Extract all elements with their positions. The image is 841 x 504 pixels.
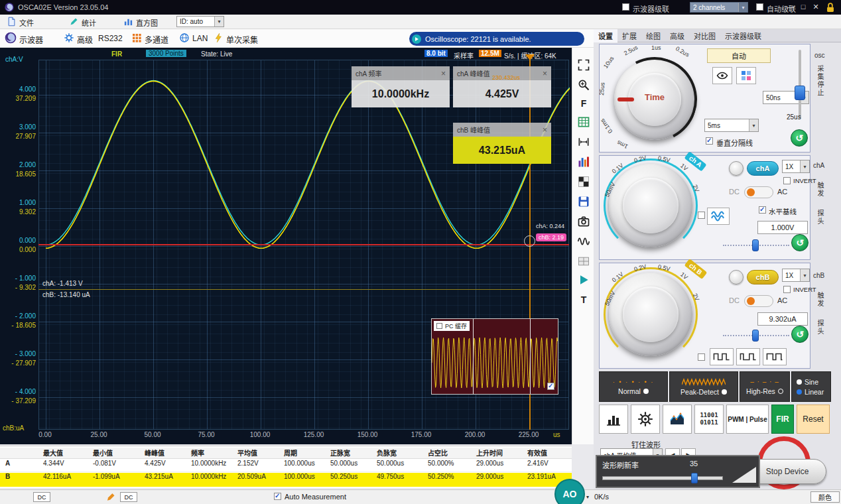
auto-setup-button[interactable]: 自动 bbox=[707, 48, 771, 63]
grid-toggle-icon[interactable] bbox=[576, 114, 592, 130]
chA-volts-knob[interactable] bbox=[609, 164, 692, 247]
close-icon[interactable]: × bbox=[543, 125, 547, 135]
time-reset-button[interactable]: ↺ bbox=[791, 129, 808, 147]
tab-draw[interactable]: 绘图 bbox=[641, 29, 665, 42]
chA-level-input[interactable]: 1.000V bbox=[757, 221, 808, 234]
rail-stop-acquire[interactable]: 采集停止 bbox=[815, 65, 825, 97]
chA-baseline-checkbox[interactable] bbox=[759, 206, 766, 214]
toolbar-single-capture[interactable]: 单次采集 bbox=[226, 34, 258, 45]
maximize-button[interactable]: □ bbox=[798, 1, 809, 12]
time-knob[interactable]: Time bbox=[614, 59, 695, 140]
minimize-button[interactable]: — bbox=[785, 1, 796, 12]
chA-coupling-toggle[interactable] bbox=[744, 186, 773, 198]
rail-osc[interactable]: osc bbox=[814, 52, 825, 59]
table-row-chB[interactable]: B 42.116uA -1.099uA 43.215uA 10.0000kHz … bbox=[0, 473, 572, 487]
ao-logo-badge[interactable]: AO bbox=[554, 479, 585, 504]
trigger-button[interactable]: T bbox=[576, 292, 592, 308]
timebase-slider-handle[interactable] bbox=[795, 86, 805, 100]
timebase-select[interactable]: 5ms bbox=[704, 119, 759, 132]
level-cursor-line[interactable] bbox=[38, 289, 569, 290]
toolbar-lan[interactable]: LAN bbox=[192, 34, 208, 43]
chA-offset-handle[interactable] bbox=[752, 239, 759, 251]
pc-buffer-preview[interactable]: PC 缓存 bbox=[431, 318, 558, 395]
square-wave-button-1[interactable] bbox=[710, 348, 734, 365]
chA-channel-pill[interactable]: chA bbox=[747, 161, 779, 176]
settings-gear-button[interactable] bbox=[631, 405, 660, 434]
chA-probe-select[interactable]: 1X bbox=[782, 160, 810, 173]
chA-filter-checkbox[interactable] bbox=[698, 212, 705, 219]
chB-probe-select[interactable]: 1X bbox=[782, 269, 810, 282]
chB-volts-knob[interactable] bbox=[609, 273, 692, 356]
rail-chA[interactable]: chA bbox=[813, 162, 824, 169]
reference-wave-button[interactable] bbox=[663, 405, 692, 434]
fir-button[interactable]: FIR bbox=[771, 405, 794, 434]
chB-level-input[interactable]: 9.302uA bbox=[757, 312, 808, 326]
pencil-icon[interactable] bbox=[106, 491, 116, 502]
table-row-chA[interactable]: A 4.344V -0.081V 4.425V 10.0000kHz 2.152… bbox=[0, 460, 572, 472]
chB-invert-checkbox[interactable] bbox=[783, 286, 791, 293]
cascade-checkbox[interactable] bbox=[622, 3, 629, 11]
id-select[interactable]: ID: auto bbox=[176, 16, 224, 27]
chB-coupling-indicator[interactable]: DC bbox=[120, 492, 137, 502]
tab-advanced[interactable]: 高级 bbox=[665, 29, 689, 42]
vertical-separator-checkbox[interactable] bbox=[706, 137, 713, 145]
auto-cascade-checkbox[interactable] bbox=[756, 3, 763, 11]
lock-icon[interactable] bbox=[824, 2, 836, 13]
rail-chA-probe[interactable]: 探头 bbox=[815, 210, 825, 225]
screenshot-icon[interactable] bbox=[576, 214, 592, 229]
refresh-rate-handle[interactable] bbox=[691, 473, 698, 483]
spectrum-icon[interactable] bbox=[576, 154, 592, 170]
meas-box-chB-vpp[interactable]: chB 峰峰值× 43.215uA bbox=[453, 123, 551, 164]
rail-chB-trigger[interactable]: 触发 bbox=[815, 292, 825, 308]
logic-decode-button[interactable]: 11001 01011 bbox=[694, 405, 724, 434]
menu-file[interactable]: 文件 bbox=[19, 17, 34, 28]
square-wave-button-2[interactable] bbox=[736, 348, 760, 365]
menu-histogram[interactable]: 直方图 bbox=[136, 17, 158, 28]
close-button[interactable]: ✕ bbox=[810, 1, 821, 12]
cursor-crosshair[interactable] bbox=[524, 235, 535, 247]
interpolation-selector[interactable]: Sine Linear bbox=[791, 371, 831, 402]
save-icon[interactable] bbox=[576, 194, 592, 210]
chB-coupling-toggle[interactable] bbox=[744, 295, 773, 307]
zero-reference-line[interactable] bbox=[38, 244, 569, 245]
tab-settings[interactable]: 设置 bbox=[594, 29, 617, 42]
buffer-enable-checkbox[interactable] bbox=[547, 383, 554, 390]
auto-measurement-checkbox[interactable] bbox=[274, 493, 281, 500]
chB-enable-toggle[interactable] bbox=[729, 270, 744, 284]
pwm-pulse-button[interactable]: PWM | Pulse bbox=[726, 405, 769, 434]
rail-chB-probe[interactable]: 探头 bbox=[815, 320, 825, 336]
cursor-measure-icon[interactable] bbox=[576, 134, 592, 150]
toolbar-oscilloscope[interactable]: 示波器 bbox=[19, 34, 43, 45]
chB-offset-handle[interactable] bbox=[752, 330, 759, 342]
play-icon[interactable] bbox=[576, 272, 592, 288]
close-icon[interactable]: × bbox=[441, 69, 446, 78]
square-wave-button-3[interactable] bbox=[763, 348, 787, 365]
xy-mode-icon[interactable] bbox=[576, 174, 592, 190]
rail-chB[interactable]: chB bbox=[813, 272, 824, 279]
reset-button[interactable]: Reset bbox=[797, 405, 830, 434]
buffer-view-marker[interactable] bbox=[473, 319, 474, 394]
chB-pulse-checkbox[interactable] bbox=[698, 353, 705, 361]
meas-box-chA-freq[interactable]: chA 频率× 10.0000kHz bbox=[352, 66, 450, 107]
toolbar-rs232[interactable]: RS232 bbox=[98, 34, 123, 43]
chA-coupling-indicator[interactable]: DC bbox=[33, 492, 50, 502]
colors-button[interactable]: 颜色 bbox=[810, 491, 840, 503]
chB-reset-button[interactable]: ↺ bbox=[791, 326, 809, 343]
chA-reset-button[interactable]: ↺ bbox=[791, 234, 809, 251]
waveform-icon[interactable] bbox=[576, 233, 592, 249]
toolbar-multichannel[interactable]: 多通道 bbox=[145, 34, 168, 45]
menu-stats[interactable]: 统计 bbox=[82, 17, 96, 28]
mode-normal[interactable]: · • · • · • · Normal bbox=[599, 371, 668, 402]
close-icon[interactable]: × bbox=[543, 69, 547, 78]
fullscreen-icon[interactable] bbox=[576, 57, 592, 73]
channels-select[interactable]: 2 channels bbox=[690, 2, 748, 13]
mode-high-res[interactable]: – · – · – High-Res bbox=[740, 371, 790, 402]
visibility-eye-button[interactable] bbox=[712, 67, 732, 84]
chA-wave-style-button[interactable] bbox=[707, 208, 730, 225]
buffer-view-marker[interactable] bbox=[530, 319, 531, 394]
rail-chA-trigger[interactable]: 触发 bbox=[815, 182, 825, 198]
tab-extend[interactable]: 扩展 bbox=[617, 29, 641, 42]
tab-cascade[interactable]: 示波器级联 bbox=[720, 29, 766, 42]
fft-button[interactable]: F bbox=[576, 95, 592, 111]
zoom-in-icon[interactable] bbox=[576, 77, 592, 93]
